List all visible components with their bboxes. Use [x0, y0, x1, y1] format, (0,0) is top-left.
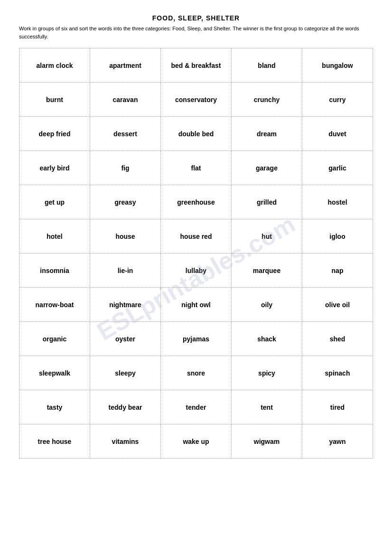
page-title: FOOD, SLEEP, SHELTER: [19, 14, 373, 22]
word-cell: wigwam: [232, 424, 302, 459]
word-cell: greasy: [90, 185, 161, 219]
word-cell: grilled: [232, 185, 302, 219]
word-cell: olive oil: [302, 288, 373, 322]
word-cell: sleepy: [90, 356, 161, 390]
word-cell: vitamins: [90, 424, 161, 459]
word-cell: house red: [161, 219, 232, 254]
word-cell: crunchy: [232, 83, 302, 117]
word-cell: tree house: [19, 424, 90, 459]
word-cell: house: [90, 219, 161, 254]
word-cell: apartment: [90, 48, 161, 83]
word-cell: igloo: [302, 219, 373, 254]
word-cell: spicy: [232, 356, 302, 390]
word-cell: oyster: [90, 322, 161, 356]
word-cell: flat: [161, 151, 232, 185]
word-cell: shed: [302, 322, 373, 356]
word-cell: yawn: [302, 424, 373, 459]
word-cell: oily: [232, 288, 302, 322]
word-cell: bed & breakfast: [161, 48, 232, 83]
word-cell: alarm clock: [19, 48, 90, 83]
word-cell: burnt: [19, 83, 90, 117]
word-cell: night owl: [161, 288, 232, 322]
word-cell: early bird: [19, 151, 90, 185]
instructions: Work in groups of six and sort the words…: [19, 25, 373, 40]
word-cell: tasty: [19, 390, 90, 424]
word-cell: garlic: [302, 151, 373, 185]
word-cell: lullaby: [161, 254, 232, 288]
word-cell: hotel: [19, 219, 90, 254]
word-cell: dream: [232, 117, 302, 151]
word-cell: nap: [302, 254, 373, 288]
word-cell: nightmare: [90, 288, 161, 322]
word-cell: snore: [161, 356, 232, 390]
word-cell: double bed: [161, 117, 232, 151]
word-grid: alarm clockapartmentbed & breakfastbland…: [19, 48, 373, 459]
word-cell: conservatory: [161, 83, 232, 117]
word-cell: caravan: [90, 83, 161, 117]
word-cell: insomnia: [19, 254, 90, 288]
word-cell: bland: [232, 48, 302, 83]
word-cell: sleepwalk: [19, 356, 90, 390]
word-cell: tired: [302, 390, 373, 424]
word-cell: lie-in: [90, 254, 161, 288]
word-cell: bungalow: [302, 48, 373, 83]
word-cell: narrow-boat: [19, 288, 90, 322]
word-cell: hut: [232, 219, 302, 254]
word-cell: teddy bear: [90, 390, 161, 424]
word-cell: garage: [232, 151, 302, 185]
word-cell: shack: [232, 322, 302, 356]
word-cell: organic: [19, 322, 90, 356]
word-cell: dessert: [90, 117, 161, 151]
word-cell: curry: [302, 83, 373, 117]
word-cell: greenhouse: [161, 185, 232, 219]
word-cell: duvet: [302, 117, 373, 151]
word-cell: tent: [232, 390, 302, 424]
word-cell: hostel: [302, 185, 373, 219]
word-cell: marquee: [232, 254, 302, 288]
word-cell: tender: [161, 390, 232, 424]
word-cell: pyjamas: [161, 322, 232, 356]
word-cell: spinach: [302, 356, 373, 390]
word-cell: wake up: [161, 424, 232, 459]
word-cell: get up: [19, 185, 90, 219]
word-cell: deep fried: [19, 117, 90, 151]
word-cell: fig: [90, 151, 161, 185]
